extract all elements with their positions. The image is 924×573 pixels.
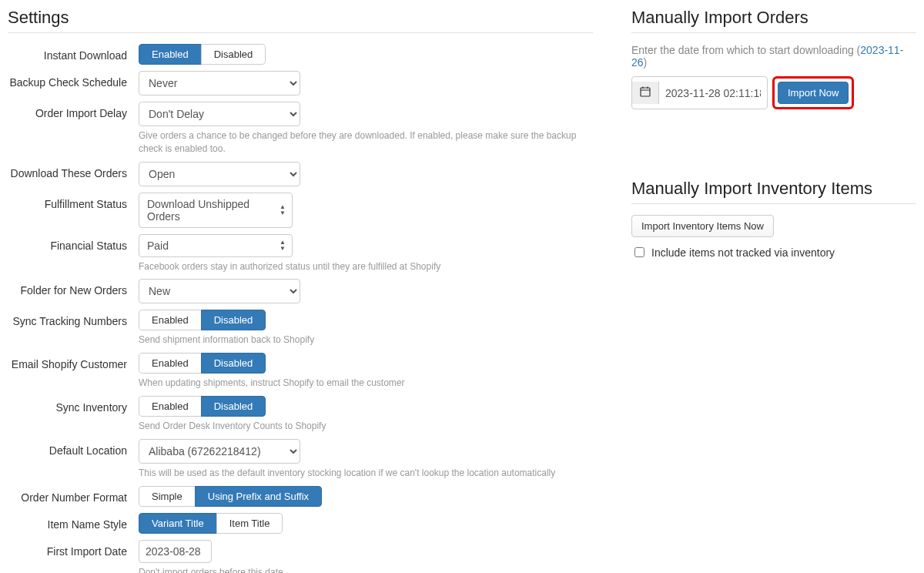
email-shopify-disabled[interactable]: Disabled <box>201 353 266 374</box>
help-sync-tracking: Send shipment information back to Shopif… <box>139 333 593 347</box>
email-shopify-enabled[interactable]: Enabled <box>139 353 202 374</box>
item-name-item-title[interactable]: Item Title <box>216 513 283 534</box>
include-items-label: Include items not tracked via inventory <box>651 246 835 259</box>
select-default-location[interactable]: Alibaba (67262218412) <box>139 439 300 464</box>
instant-download-disabled[interactable]: Disabled <box>201 44 266 65</box>
fulfillment-status-value: Download Unshipped Orders <box>147 198 249 223</box>
import-now-button[interactable]: Import Now <box>778 82 849 104</box>
sync-inventory-enabled[interactable]: Enabled <box>139 396 202 417</box>
sort-caret-icon <box>280 240 286 252</box>
row-order-number-format: Order Number Format Simple Using Prefix … <box>8 486 593 507</box>
select-order-import-delay[interactable]: Don't Delay <box>139 102 300 126</box>
label-item-name-style: Item Name Style <box>8 513 139 531</box>
import-datetime-input[interactable] <box>659 82 767 104</box>
item-name-variant-title[interactable]: Variant Title <box>139 513 217 534</box>
help-first-import-date: Don't import orders before this date <box>139 566 593 573</box>
row-default-location: Default Location Alibaba (67262218412) T… <box>8 439 593 480</box>
toggle-email-shopify: Enabled Disabled <box>139 353 266 374</box>
label-first-import-date: First Import Date <box>8 540 139 558</box>
row-instant-download: Instant Download Enabled Disabled <box>8 44 593 65</box>
import-date-group: Import Now <box>631 76 916 109</box>
import-orders-help-post: ) <box>644 56 648 69</box>
toggle-sync-tracking: Enabled Disabled <box>139 310 266 330</box>
label-sync-inventory: Sync Inventory <box>8 396 139 414</box>
label-sync-tracking: Sync Tracking Numbers <box>8 310 139 327</box>
label-default-location: Default Location <box>8 439 139 457</box>
select-download-these[interactable]: Open <box>139 162 300 186</box>
settings-title: Settings <box>8 8 593 28</box>
instant-download-enabled[interactable]: Enabled <box>139 44 202 65</box>
include-items-row: Include items not tracked via inventory <box>631 245 916 260</box>
select-fulfillment-status[interactable]: Download Unshipped Orders <box>139 193 293 228</box>
help-order-import-delay: Give orders a chance to be changed befor… <box>139 129 593 156</box>
toggle-item-name-style: Variant Title Item Title <box>139 513 283 534</box>
row-order-import-delay: Order Import Delay Don't Delay Give orde… <box>8 102 593 156</box>
help-financial-status: Facebook orders stay in authorized statu… <box>139 260 593 273</box>
help-default-location: This will be used as the default invento… <box>139 467 593 480</box>
import-orders-help-pre: Enter the date from which to start downl… <box>631 44 860 56</box>
label-backup-check: Backup Check Schedule <box>8 71 139 89</box>
row-backup-check: Backup Check Schedule Never <box>8 71 593 96</box>
svg-rect-0 <box>641 88 650 96</box>
label-fulfillment-status: Fulfillment Status <box>8 193 139 210</box>
select-financial-status[interactable]: Paid <box>139 234 293 257</box>
label-instant-download: Instant Download <box>8 44 139 62</box>
sync-tracking-enabled[interactable]: Enabled <box>139 310 202 330</box>
label-order-import-delay: Order Import Delay <box>8 102 139 119</box>
divider <box>631 32 916 33</box>
row-item-name-style: Item Name Style Variant Title Item Title <box>8 513 593 534</box>
row-first-import-date: First Import Date Don't import orders be… <box>8 540 593 573</box>
select-folder-new[interactable]: New <box>139 279 300 303</box>
sort-caret-icon <box>280 204 286 216</box>
divider <box>631 203 916 204</box>
label-email-shopify: Email Shopify Customer <box>8 353 139 370</box>
label-financial-status: Financial Status <box>8 234 139 252</box>
row-email-shopify: Email Shopify Customer Enabled Disabled … <box>8 353 593 390</box>
select-backup-check[interactable]: Never <box>139 71 300 96</box>
row-folder-new: Folder for New Orders New <box>8 279 593 303</box>
import-orders-help: Enter the date from which to start downl… <box>631 44 916 69</box>
toggle-order-number-format: Simple Using Prefix and Suffix <box>139 486 322 507</box>
import-inventory-title: Manually Import Inventory Items <box>631 179 916 199</box>
calendar-icon <box>632 82 659 104</box>
sync-inventory-disabled[interactable]: Disabled <box>201 396 266 417</box>
row-sync-inventory: Sync Inventory Enabled Disabled Send Ord… <box>8 396 593 433</box>
highlight-box: Import Now <box>772 76 854 109</box>
import-orders-title: Manually Import Orders <box>631 8 916 28</box>
toggle-instant-download: Enabled Disabled <box>139 44 266 65</box>
include-items-checkbox[interactable] <box>634 247 644 257</box>
divider <box>8 32 593 33</box>
help-sync-inventory: Send Order Desk Inventory Counts to Shop… <box>139 420 593 433</box>
sync-tracking-disabled[interactable]: Disabled <box>201 310 266 330</box>
row-sync-tracking: Sync Tracking Numbers Enabled Disabled S… <box>8 310 593 347</box>
toggle-sync-inventory: Enabled Disabled <box>139 396 266 417</box>
label-download-these: Download These Orders <box>8 162 139 179</box>
row-download-these: Download These Orders Open <box>8 162 593 186</box>
label-folder-new: Folder for New Orders <box>8 279 139 297</box>
row-fulfillment-status: Fulfillment Status Download Unshipped Or… <box>8 193 593 228</box>
input-first-import-date[interactable] <box>139 540 212 563</box>
import-date-input-wrap <box>631 76 768 109</box>
row-financial-status: Financial Status Paid Facebook orders st… <box>8 234 593 273</box>
order-number-simple[interactable]: Simple <box>139 486 196 507</box>
order-number-prefix-suffix[interactable]: Using Prefix and Suffix <box>195 486 322 507</box>
help-email-shopify: When updating shipments, instruct Shopif… <box>139 377 593 390</box>
import-inventory-button[interactable]: Import Inventory Items Now <box>631 215 774 237</box>
label-order-number-format: Order Number Format <box>8 486 139 504</box>
financial-status-value: Paid <box>147 240 169 252</box>
